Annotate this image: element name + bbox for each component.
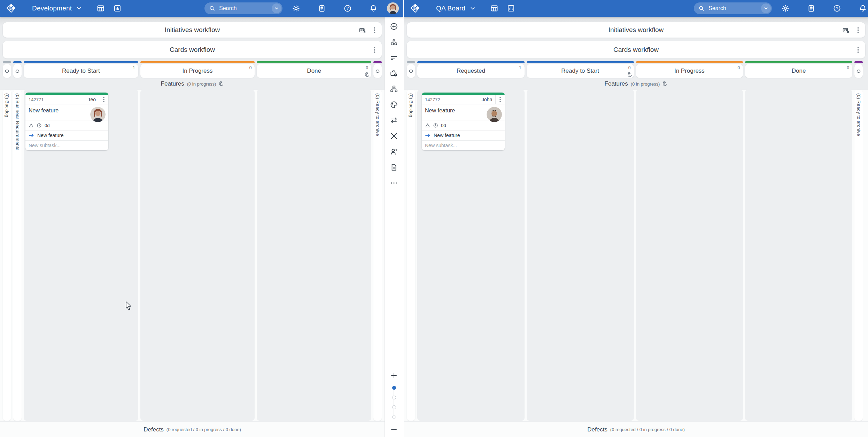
- document-icon[interactable]: [390, 163, 398, 172]
- assignee-avatar[interactable]: [90, 107, 106, 122]
- board-name: QA Board: [436, 5, 465, 12]
- kanban-card[interactable]: 142772 John New feature 0d: [422, 93, 505, 150]
- expand-column-button[interactable]: [13, 64, 22, 78]
- expand-column-button[interactable]: [854, 64, 863, 78]
- zoom-level-1-active[interactable]: [392, 386, 396, 390]
- collapsed-column-ready-to-archive[interactable]: (0) Ready to archive: [373, 90, 382, 421]
- column-title: In Progress: [183, 67, 213, 74]
- board-switcher[interactable]: Development: [32, 5, 83, 12]
- collapsed-column-label: (0) Backlog: [409, 93, 414, 421]
- more-icon[interactable]: [390, 179, 398, 187]
- card-kebab-menu-icon[interactable]: [99, 95, 108, 104]
- workflow-settings-icon[interactable]: [359, 27, 365, 33]
- linked-card-row[interactable]: New feature: [422, 130, 505, 141]
- hierarchy-icon[interactable]: [390, 85, 398, 93]
- column-count: 0: [738, 65, 740, 70]
- collapsed-column-ready-to-archive-header[interactable]: [854, 61, 863, 78]
- card-title: New feature: [29, 108, 59, 113]
- column-header[interactable]: Ready to Start 0: [527, 64, 634, 78]
- column-body-done: [745, 90, 852, 421]
- collapsed-column-backlog[interactable]: (0) Backlog: [407, 90, 415, 421]
- swimlane-vortex-icon: [219, 81, 224, 86]
- user-avatar[interactable]: [387, 2, 399, 14]
- kebab-menu-icon[interactable]: [857, 27, 859, 33]
- swimlane-features-header[interactable]: Features (0 in progress): [0, 78, 385, 90]
- workflow-settings-icon[interactable]: [843, 27, 849, 33]
- chevron-down-icon: [75, 5, 83, 12]
- board-view-icon[interactable]: [490, 4, 499, 13]
- board-view-icon[interactable]: [96, 4, 105, 13]
- board-switcher[interactable]: QA Board: [436, 5, 476, 12]
- add-icon[interactable]: [390, 22, 398, 31]
- expand-column-button[interactable]: [373, 64, 382, 78]
- help-icon[interactable]: ?: [832, 4, 842, 13]
- search-options-button[interactable]: [272, 3, 281, 13]
- column-header[interactable]: In Progress 0: [140, 64, 255, 78]
- initiatives-workflow-bar[interactable]: Initiatives workflow: [407, 22, 865, 38]
- expand-column-button[interactable]: [407, 64, 415, 78]
- collapsed-column-backlog-header[interactable]: [407, 61, 415, 78]
- settings-gear-icon[interactable]: [781, 4, 790, 13]
- zoom-level-3[interactable]: [392, 405, 396, 409]
- new-subtask-input[interactable]: New subtask...: [25, 141, 108, 150]
- analytics-icon[interactable]: [506, 4, 516, 13]
- search-options-button[interactable]: [761, 3, 771, 13]
- defects-title: Defects: [144, 426, 164, 433]
- card-kebab-menu-icon[interactable]: [495, 95, 505, 104]
- column-header[interactable]: Done 0: [745, 64, 852, 78]
- card-types-icon[interactable]: [390, 38, 398, 46]
- initiatives-workflow-bar[interactable]: Initiatives workflow: [3, 22, 382, 38]
- zoom-out-button[interactable]: [390, 425, 398, 434]
- swimlane-defects-collapsed[interactable]: Defects (0 requested / 0 in progress / 0…: [0, 422, 385, 437]
- board-tools-icon[interactable]: [390, 132, 398, 140]
- cards-workflow-title: Cards workflow: [613, 46, 659, 54]
- column-header[interactable]: Ready to Start 1: [24, 64, 138, 78]
- collapsed-column-ready-to-archive[interactable]: (0) Ready to archive: [854, 90, 863, 421]
- notifications-bell-icon[interactable]: [858, 4, 867, 13]
- zoom-level-2[interactable]: [392, 396, 396, 399]
- app-logo-icon[interactable]: [410, 3, 421, 14]
- kebab-menu-icon[interactable]: [857, 47, 859, 53]
- collapsed-column-business-requirements[interactable]: (0) Business Requirements: [13, 90, 22, 421]
- column-header[interactable]: In Progress 0: [636, 64, 743, 78]
- assignee-avatar[interactable]: [487, 107, 502, 122]
- search-input[interactable]: Search: [204, 2, 282, 14]
- priority-triangle-icon: [29, 123, 34, 128]
- column-ready-to-start: Ready to Start 0: [527, 61, 634, 78]
- search-input[interactable]: Search: [694, 2, 772, 14]
- cards-workflow-bar[interactable]: Cards workflow: [407, 41, 865, 58]
- filter-icon[interactable]: [390, 54, 398, 62]
- new-subtask-input[interactable]: New subtask...: [422, 141, 505, 150]
- kebab-menu-icon[interactable]: [374, 47, 375, 53]
- help-icon[interactable]: ?: [343, 4, 352, 13]
- linked-card-row[interactable]: New feature: [25, 130, 108, 141]
- kanban-card[interactable]: 142771 Teo New feature 0d: [25, 93, 108, 150]
- activity-log-icon[interactable]: [807, 4, 816, 13]
- app-logo-icon[interactable]: [6, 3, 17, 14]
- kebab-menu-icon[interactable]: [374, 27, 375, 33]
- settings-gear-icon[interactable]: [292, 4, 301, 13]
- analytics-icon[interactable]: [113, 4, 122, 13]
- activity-log-icon[interactable]: [317, 4, 326, 13]
- collapsed-column-backlog-header[interactable]: [3, 61, 11, 78]
- column-headers-row: Requested 1 Ready to Start 0 In Progr: [404, 61, 868, 78]
- collapsed-column-business-requirements-header[interactable]: [13, 61, 22, 78]
- column-count: 0: [366, 65, 368, 70]
- notifications-bell-icon[interactable]: [369, 4, 378, 13]
- expand-column-button[interactable]: [3, 64, 11, 78]
- cards-workflow-bar[interactable]: Cards workflow: [3, 41, 382, 58]
- collapsed-column-backlog[interactable]: (0) Backlog: [3, 90, 11, 421]
- column-title: Ready to Start: [561, 67, 599, 74]
- swimlane-defects-collapsed[interactable]: Defects (0 requested / 0 in progress / 0…: [404, 422, 868, 437]
- column-header[interactable]: Done 0: [257, 64, 371, 78]
- swimlane-features-header[interactable]: Features (0 in progress): [404, 78, 868, 90]
- palette-icon[interactable]: [390, 101, 398, 109]
- invite-user-icon[interactable]: [390, 148, 398, 156]
- zoom-level-4[interactable]: [392, 415, 396, 419]
- time-tracking-icon[interactable]: [390, 69, 398, 78]
- column-in-progress: In Progress 0: [140, 61, 255, 78]
- column-header[interactable]: Requested 1: [417, 64, 525, 78]
- collapsed-column-ready-to-archive-header[interactable]: [373, 61, 382, 78]
- swap-columns-icon[interactable]: [390, 116, 398, 125]
- zoom-in-button[interactable]: [390, 371, 398, 380]
